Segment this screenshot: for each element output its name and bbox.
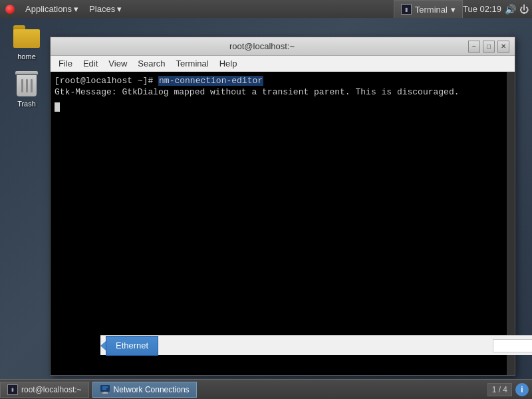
gtk-message: Gtk-Message: GtkDialog mapped without a …	[55, 87, 511, 97]
desktop-icon-area: home Trash	[5, 23, 48, 108]
trash-body	[17, 75, 37, 96]
applications-arrow: ▾	[74, 4, 78, 14]
folder-shape	[13, 25, 40, 48]
terminal-menubar: File Edit View Search Terminal Help	[51, 56, 515, 72]
trash-icon[interactable]: Trash	[5, 70, 48, 108]
page-indicator: 1 / 4	[487, 383, 512, 396]
applications-menu[interactable]: Applications ▾	[20, 0, 84, 18]
ethernet-label: Ethernet	[116, 340, 148, 350]
trash-label: Trash	[17, 100, 36, 108]
info-button[interactable]: i	[515, 383, 529, 396]
trash-shape	[16, 71, 37, 96]
terminal-tab-label: Terminal	[415, 5, 448, 15]
taskbar-terminal-item[interactable]: ▮ root@localhost:~	[0, 382, 89, 398]
home-folder-image	[13, 23, 40, 50]
trash-line-2	[26, 79, 28, 92]
terminal-tab-arrow: ▾	[451, 5, 456, 15]
trash-lid	[15, 71, 38, 74]
close-button[interactable]: ✕	[497, 41, 509, 53]
clock: Tue 02:19	[463, 4, 501, 14]
volume-icon[interactable]: 🔊	[505, 4, 516, 15]
places-arrow: ▾	[117, 4, 122, 14]
ethernet-tab-group: Ethernet	[100, 336, 158, 356]
svg-rect-1	[102, 392, 108, 394]
menu-help[interactable]: Help	[214, 57, 243, 70]
bottom-taskbar: ▮ root@localhost:~ Network Connections 1…	[0, 379, 532, 399]
terminal-content[interactable]: [root@localhost ~]# nm-connection-editor…	[51, 72, 515, 375]
command-line: [root@localhost ~]# nm-connection-editor	[55, 76, 511, 86]
menu-search[interactable]: Search	[132, 57, 170, 70]
cursor-line	[55, 100, 511, 112]
terminal-titlebar: root@localhost:~ − □ ✕	[51, 37, 515, 56]
system-icon	[3, 2, 17, 17]
taskbar-terminal-icon: ▮	[7, 384, 18, 395]
taskbar-network-item[interactable]: Network Connections	[92, 382, 197, 398]
network-connections-icon	[100, 384, 110, 395]
ethernet-tab[interactable]: Ethernet	[106, 336, 158, 356]
terminal-scrollbar[interactable]	[507, 72, 515, 375]
menu-edit[interactable]: Edit	[78, 57, 103, 70]
trash-lines	[21, 79, 33, 92]
terminal-title: root@localhost:~	[56, 41, 468, 51]
terminal-small-icon: ▮	[401, 4, 412, 15]
folder-body	[13, 29, 40, 48]
network-search-box[interactable]	[493, 339, 532, 352]
terminal-window: root@localhost:~ − □ ✕ File Edit View Se…	[50, 37, 515, 376]
menu-file[interactable]: File	[53, 57, 78, 70]
trash-line-3	[31, 79, 33, 92]
applications-label: Applications	[25, 4, 72, 14]
home-label: home	[17, 53, 36, 61]
window-controls: − □ ✕	[468, 41, 509, 53]
menu-terminal[interactable]: Terminal	[171, 57, 214, 70]
desktop: Applications ▾ Places ▾ ▮ Terminal ▾ Tue…	[0, 0, 532, 399]
network-connections-bar: Ethernet	[100, 335, 532, 355]
panel-right: Tue 02:19 🔊 ⏻	[463, 4, 532, 15]
menu-view[interactable]: View	[103, 57, 132, 70]
trash-line-1	[21, 79, 23, 92]
prompt-text: [root@localhost ~]#	[55, 76, 158, 86]
panel-left: Applications ▾ Places ▾	[0, 0, 394, 18]
panel-center: ▮ Terminal ▾	[394, 0, 463, 18]
fedora-logo	[5, 5, 15, 14]
taskbar-network-label: Network Connections	[114, 385, 190, 394]
command-text: nm-connection-editor	[158, 76, 263, 86]
svg-rect-0	[100, 385, 110, 392]
home-icon[interactable]: home	[5, 23, 48, 61]
maximize-button[interactable]: □	[483, 41, 495, 53]
ethernet-tab-arrow	[100, 341, 106, 350]
taskbar-right: 1 / 4 i	[487, 383, 532, 396]
taskbar-terminal-label: root@localhost:~	[21, 385, 82, 394]
power-icon[interactable]: ⏻	[519, 4, 529, 15]
terminal-cursor	[55, 102, 60, 112]
places-label: Places	[89, 4, 115, 14]
places-menu[interactable]: Places ▾	[84, 0, 127, 18]
terminal-panel-tab[interactable]: ▮ Terminal ▾	[394, 0, 463, 18]
svg-rect-2	[104, 392, 106, 392]
top-panel: Applications ▾ Places ▾ ▮ Terminal ▾ Tue…	[0, 0, 532, 18]
minimize-button[interactable]: −	[468, 41, 480, 53]
trash-image	[13, 70, 40, 97]
